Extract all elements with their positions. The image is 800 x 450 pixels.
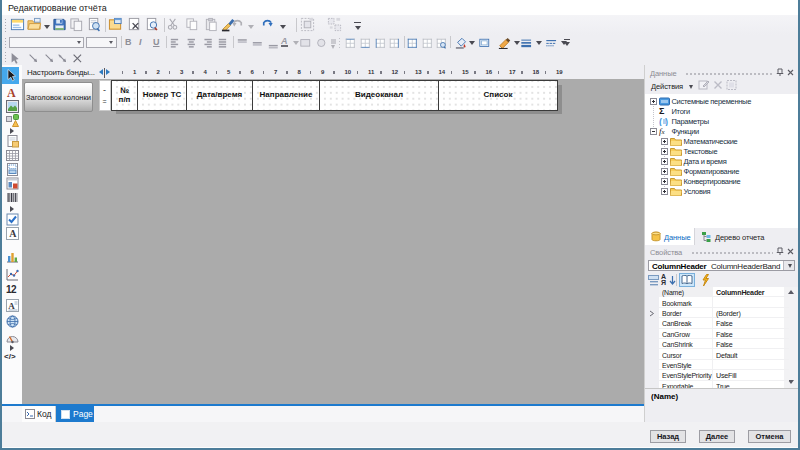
svg-text:A: A [9,228,17,239]
svg-text:A: A [8,301,15,311]
svg-text:(: ( [659,117,662,126]
